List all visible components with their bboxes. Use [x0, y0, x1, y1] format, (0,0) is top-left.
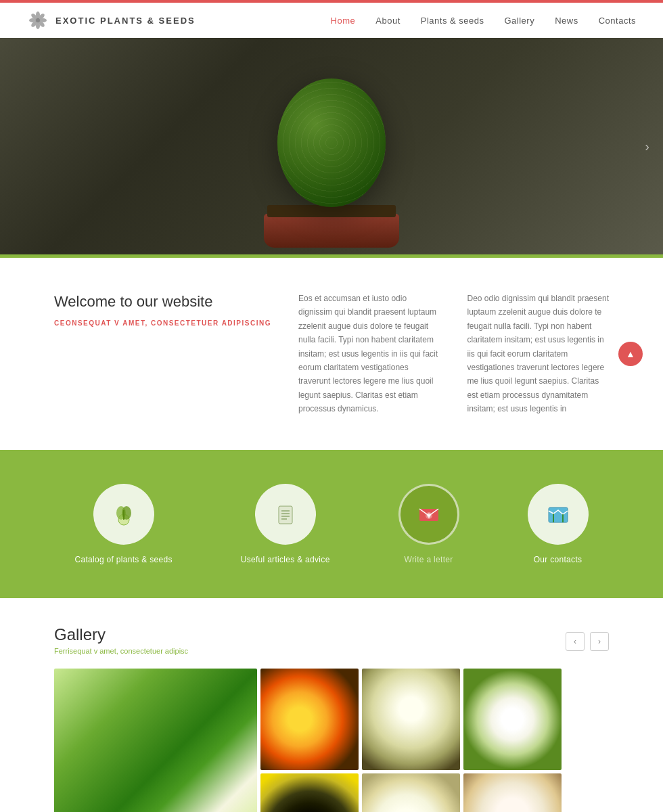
gallery-item-5[interactable] — [362, 773, 460, 812]
envelope-icon — [415, 501, 442, 528]
welcome-wrapper: Welcome to our website CEONSEQUAT V AMET… — [0, 258, 663, 450]
feature-circle-articles — [255, 484, 316, 545]
document-icon — [272, 501, 299, 528]
gallery-header: Gallery Ferrisequat v amet, consectetuer… — [54, 625, 609, 655]
gallery-item-4[interactable] — [260, 773, 359, 812]
gallery-prev-button[interactable]: ‹ — [566, 632, 585, 651]
feature-label-articles: Useful articles & advice — [241, 555, 330, 564]
logo-text: EXOTIC PLANTS & SEEDS — [55, 16, 196, 26]
feature-circle-catalog — [93, 484, 154, 545]
feature-circle-letter — [398, 484, 459, 545]
map-icon — [545, 501, 572, 528]
nav-news[interactable]: News — [555, 16, 578, 26]
flower-icon — [27, 9, 49, 31]
welcome-col2: Deo odio dignissim qui blandit praesent … — [467, 292, 610, 416]
nav-home[interactable]: Home — [331, 16, 356, 26]
gallery-image-6 — [463, 669, 562, 770]
main-nav: Home About Plants & seeds Gallery News C… — [331, 16, 636, 26]
gallery-next-button[interactable]: › — [590, 632, 609, 651]
plant-icon — [110, 501, 137, 528]
gallery-item-7[interactable] — [463, 773, 562, 812]
gallery-image-7 — [463, 773, 562, 812]
welcome-section: Welcome to our website CEONSEQUAT V AMET… — [0, 258, 663, 450]
welcome-left: Welcome to our website CEONSEQUAT V AMET… — [54, 292, 271, 327]
welcome-title: Welcome to our website — [54, 292, 271, 313]
feature-label-catalog: Catalog of plants & seeds — [74, 555, 172, 564]
gallery-title: Gallery — [54, 625, 188, 644]
gallery-image-4 — [260, 773, 359, 812]
scroll-up-button[interactable]: ▲ — [618, 342, 643, 366]
feature-letter[interactable]: Write a letter — [398, 484, 459, 564]
feature-catalog[interactable]: Catalog of plants & seeds — [74, 484, 172, 564]
feature-label-letter: Write a letter — [405, 555, 453, 564]
gallery-image-5 — [362, 773, 460, 812]
gallery-item-3[interactable] — [362, 669, 460, 770]
hero-next-arrow[interactable]: › — [645, 139, 649, 154]
gallery-image-3 — [362, 669, 460, 770]
gallery-item-2[interactable] — [260, 669, 359, 770]
feature-contacts[interactable]: Our contacts — [528, 484, 589, 564]
nav-plants-seeds[interactable]: Plants & seeds — [421, 16, 484, 26]
feature-label-contacts: Our contacts — [534, 555, 582, 564]
gallery-item-6[interactable] — [463, 669, 562, 770]
feature-circle-contacts — [528, 484, 589, 545]
svg-rect-13 — [279, 506, 292, 524]
gallery-title-block: Gallery Ferrisequat v amet, consectetuer… — [54, 625, 188, 655]
gallery-arrows: ‹ › — [566, 632, 609, 651]
nav-about[interactable]: About — [375, 16, 400, 26]
gallery-section: Gallery Ferrisequat v amet, consectetuer… — [0, 598, 663, 812]
header: EXOTIC PLANTS & SEEDS Home About Plants … — [0, 3, 663, 38]
spacer-large — [54, 669, 257, 812]
welcome-col1: Eos et accumsan et iusto odio dignissim … — [298, 292, 440, 416]
logo[interactable]: EXOTIC PLANTS & SEEDS — [27, 9, 196, 31]
gallery-image-2 — [260, 669, 359, 770]
features-section: Catalog of plants & seeds Useful article… — [0, 450, 663, 598]
gallery-subtitle: Ferrisequat v amet, consectetuer adipisc — [54, 647, 188, 655]
feature-articles[interactable]: Useful articles & advice — [241, 484, 330, 564]
hero-section: › — [0, 38, 663, 254]
welcome-subtitle: CEONSEQUAT V AMET, CONSECTETUER ADIPISCI… — [54, 319, 271, 327]
nav-gallery[interactable]: Gallery — [504, 16, 534, 26]
nav-contacts[interactable]: Contacts — [599, 16, 636, 26]
